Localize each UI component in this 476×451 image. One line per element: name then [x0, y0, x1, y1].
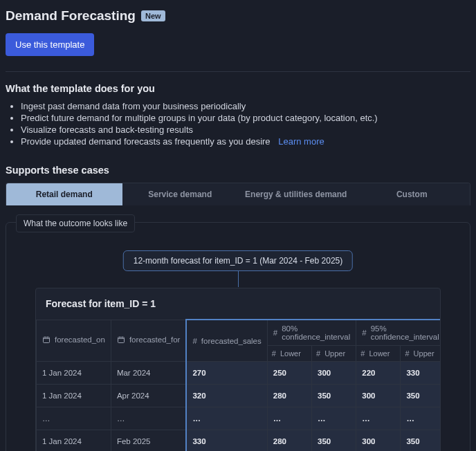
- col-ci95-upper: #Upper: [401, 346, 441, 362]
- section-what-title: What the template does for you: [6, 83, 470, 94]
- cell-on: 1 Jan 2024: [37, 430, 111, 452]
- col-ci95-lower: #Lower: [356, 346, 401, 362]
- cell-sales: 330: [186, 430, 267, 452]
- outcome-label: What the outcome looks like: [16, 214, 135, 232]
- cell-u95: 350: [401, 385, 441, 407]
- cell-l95: 300: [356, 385, 401, 407]
- col-forecasted-for: forecasted_for: [111, 320, 186, 362]
- forecast-card-title: Forecast for item_ID = 1: [36, 288, 440, 319]
- cell-l80: 250: [267, 362, 311, 385]
- cell-l95: 300: [356, 430, 401, 452]
- col-label: Lower: [369, 349, 390, 358]
- divider: [6, 71, 470, 72]
- cell-l95: …: [356, 407, 401, 430]
- forecast-table: forecasted_on forecasted_for # forecaste…: [36, 319, 441, 451]
- hash-icon: #: [273, 329, 277, 337]
- table-row: 1 Jan 2024 Mar 2024 270 250 300 220 330: [37, 362, 441, 385]
- cell-l80: 280: [267, 430, 311, 452]
- cell-for: Mar 2024: [111, 362, 186, 385]
- col-label: Upper: [324, 349, 345, 358]
- hash-icon: #: [316, 349, 320, 358]
- cell-u95: 330: [401, 362, 441, 385]
- cell-u95: 350: [401, 430, 441, 452]
- cell-u80: 350: [312, 385, 356, 407]
- col-forecasted-on: forecasted_on: [37, 320, 111, 362]
- tab-service-demand[interactable]: Service demand: [122, 183, 239, 205]
- hash-icon: #: [192, 337, 196, 345]
- use-template-button[interactable]: Use this template: [6, 33, 94, 56]
- forecast-rows: 1 Jan 2024 Mar 2024 270 250 300 220 330 …: [37, 362, 441, 452]
- cell-on: 1 Jan 2024: [37, 385, 111, 407]
- cell-l80: 280: [267, 385, 311, 407]
- col-label: 80% confidence_interval: [282, 324, 350, 341]
- col-forecasted-sales: # forecasted_sales: [186, 320, 267, 362]
- table-row: 1 Jan 2024 Feb 2025 330 280 350 300 350: [37, 430, 441, 452]
- cell-u80: 300: [312, 362, 356, 385]
- col-ci80-lower: #Lower: [267, 346, 311, 362]
- callout-connector: [238, 270, 239, 287]
- col-label: Upper: [414, 349, 434, 358]
- cell-u95: …: [401, 407, 441, 430]
- new-badge: New: [141, 10, 165, 21]
- cell-sales: 320: [186, 385, 267, 407]
- tab-energy-utilities-demand[interactable]: Energy & utilities demand: [238, 183, 354, 205]
- calendar-icon: [117, 335, 125, 344]
- feature-item: Predict future demand for multiple group…: [21, 113, 470, 123]
- cell-l95: 220: [356, 362, 401, 385]
- cell-on: 1 Jan 2024: [37, 362, 111, 385]
- calendar-icon: [42, 335, 51, 344]
- feature-item: Ingest past demand data from your busine…: [21, 101, 470, 111]
- cell-for: Apr 2024: [111, 385, 186, 407]
- col-label: forecasted_on: [55, 335, 105, 344]
- cell-l80: …: [267, 407, 311, 430]
- case-tabs: Retail demand Service demand Energy & ut…: [6, 183, 470, 205]
- col-label: 95% confidence_interval: [371, 324, 439, 341]
- forecast-callout: 12-month forecast for item_ID = 1 (Mar 2…: [123, 250, 353, 271]
- cell-sales: …: [186, 407, 267, 430]
- feature-text: Provide updated demand forecasts as freq…: [21, 136, 271, 147]
- col-ci-95: # 95% confidence_interval: [356, 320, 441, 346]
- hash-icon: #: [272, 349, 276, 358]
- hash-icon: #: [362, 329, 366, 337]
- svg-rect-1: [118, 338, 124, 343]
- feature-item: Visualize forecasts and back-testing res…: [21, 125, 470, 135]
- features-list: Ingest past demand data from your busine…: [6, 101, 470, 147]
- cell-u80: 350: [312, 430, 356, 452]
- tab-retail-demand[interactable]: Retail demand: [6, 183, 122, 205]
- col-label: Lower: [280, 349, 301, 358]
- outcome-box: What the outcome looks like 12-month for…: [6, 222, 470, 451]
- hash-icon: #: [360, 349, 365, 358]
- cell-u80: …: [312, 407, 356, 430]
- col-ci80-upper: #Upper: [312, 346, 356, 362]
- col-ci-80: # 80% confidence_interval: [267, 320, 356, 346]
- table-row: … … … … … … …: [37, 407, 441, 430]
- cell-for: Feb 2025: [111, 430, 186, 452]
- cell-for: …: [111, 407, 186, 430]
- page-title: Demand Forecasting: [6, 8, 136, 24]
- feature-item: Provide updated demand forecasts as freq…: [21, 136, 470, 147]
- svg-rect-0: [44, 338, 50, 343]
- section-cases-title: Supports these cases: [6, 165, 470, 176]
- hash-icon: #: [405, 349, 409, 358]
- learn-more-link[interactable]: Learn more: [278, 136, 324, 147]
- forecast-card: Forecast for item_ID = 1 forecasted_on f…: [35, 288, 441, 451]
- col-label: forecasted_sales: [201, 337, 262, 345]
- cell-sales: 270: [186, 362, 267, 385]
- tab-custom[interactable]: Custom: [354, 183, 470, 205]
- col-label: forecasted_for: [129, 335, 181, 344]
- table-row: 1 Jan 2024 Apr 2024 320 280 350 300 350: [37, 385, 441, 407]
- cell-on: …: [37, 407, 111, 430]
